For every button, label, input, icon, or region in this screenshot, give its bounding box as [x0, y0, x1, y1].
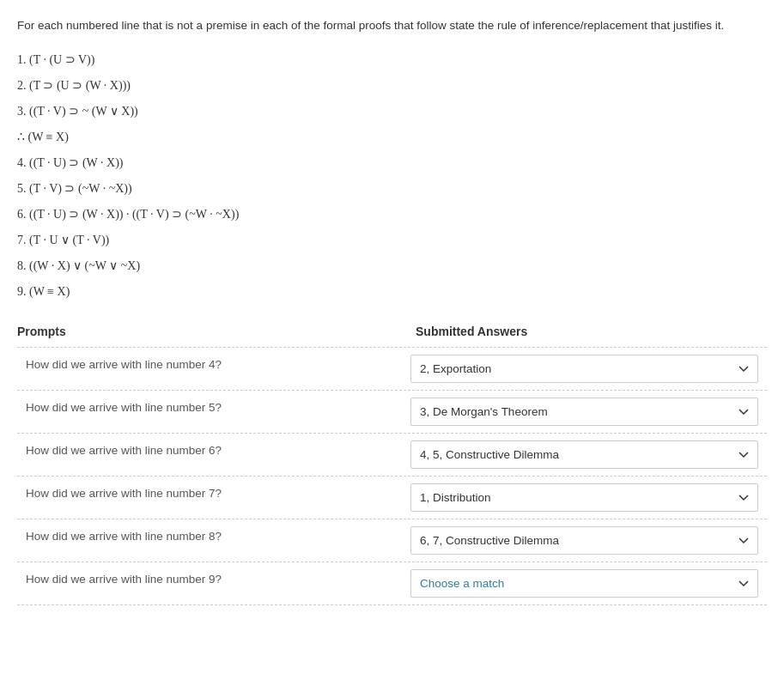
table-row: How did we arrive with line number 8?Cho…	[17, 519, 767, 562]
table-header: Prompts Submitted Answers	[17, 325, 767, 338]
answer-select-5[interactable]: Choose a match1, Exportation2, Exportati…	[410, 398, 758, 426]
proof-line-4: 4. ((T · U) ⊃ (W · X))	[17, 151, 767, 175]
proof-line-6: 6. ((T · U) ⊃ (W · X)) · ((T · V) ⊃ (~W …	[17, 203, 767, 227]
proof-line-1: 1. (T · (U ⊃ V))	[17, 48, 767, 72]
prompt-rows-container: How did we arrive with line number 4?Cho…	[17, 347, 767, 605]
proof-line-5: 5. (T · V) ⊃ (~W · ~X))	[17, 177, 767, 201]
table-row: How did we arrive with line number 6?Cho…	[17, 433, 767, 477]
table-row: How did we arrive with line number 4?Cho…	[17, 347, 767, 391]
answer-cell: Choose a match1, Exportation2, Exportati…	[402, 434, 767, 476]
answer-select-8[interactable]: Choose a match1, Exportation2, Exportati…	[410, 526, 758, 555]
answer-select-9[interactable]: Choose a match1, Exportation2, Exportati…	[410, 569, 758, 598]
answer-select-4[interactable]: Choose a match1, Exportation2, Exportati…	[410, 355, 758, 383]
prompt-text: How did we arrive with line number 6?	[17, 434, 402, 476]
prompts-column-header: Prompts	[17, 325, 402, 338]
prompts-section: Prompts Submitted Answers How did we arr…	[17, 325, 767, 605]
answers-column-header: Submitted Answers	[402, 325, 767, 338]
answer-cell: Choose a match1, Exportation2, Exportati…	[402, 477, 767, 519]
answer-cell: Choose a match1, Exportation2, Exportati…	[402, 391, 767, 433]
proof-line-therefore: ∴ (W ≡ X)	[17, 125, 767, 149]
proof-line-3: 3. ((T · V) ⊃ ~ (W ∨ X))	[17, 100, 767, 124]
answer-cell: Choose a match1, Exportation2, Exportati…	[402, 519, 767, 562]
answer-cell: Choose a match1, Exportation2, Exportati…	[402, 562, 767, 604]
prompt-text: How did we arrive with line number 7?	[17, 477, 402, 519]
proof-lines: 1. (T · (U ⊃ V)) 2. (T ⊃ (U ⊃ (W · X))) …	[17, 48, 767, 304]
table-row: How did we arrive with line number 5?Cho…	[17, 390, 767, 434]
table-row: How did we arrive with line number 7?Cho…	[17, 476, 767, 519]
proof-line-9: 9. (W ≡ X)	[17, 280, 767, 304]
answer-select-6[interactable]: Choose a match1, Exportation2, Exportati…	[410, 440, 758, 469]
proof-line-2: 2. (T ⊃ (U ⊃ (W · X)))	[17, 74, 767, 98]
prompt-text: How did we arrive with line number 5?	[17, 391, 402, 433]
answer-cell: Choose a match1, Exportation2, Exportati…	[402, 348, 767, 390]
prompt-text: How did we arrive with line number 8?	[17, 519, 402, 562]
table-row: How did we arrive with line number 9?Cho…	[17, 562, 767, 605]
answer-select-7[interactable]: Choose a match1, Exportation2, Exportati…	[410, 483, 758, 512]
proof-line-7: 7. (T · U ∨ (T · V))	[17, 228, 767, 252]
prompt-text: How did we arrive with line number 9?	[17, 562, 402, 604]
instructions-text: For each numbered line that is not a pre…	[17, 17, 767, 34]
proof-line-8: 8. ((W · X) ∨ (~W ∨ ~X)	[17, 254, 767, 278]
prompt-text: How did we arrive with line number 4?	[17, 348, 402, 390]
